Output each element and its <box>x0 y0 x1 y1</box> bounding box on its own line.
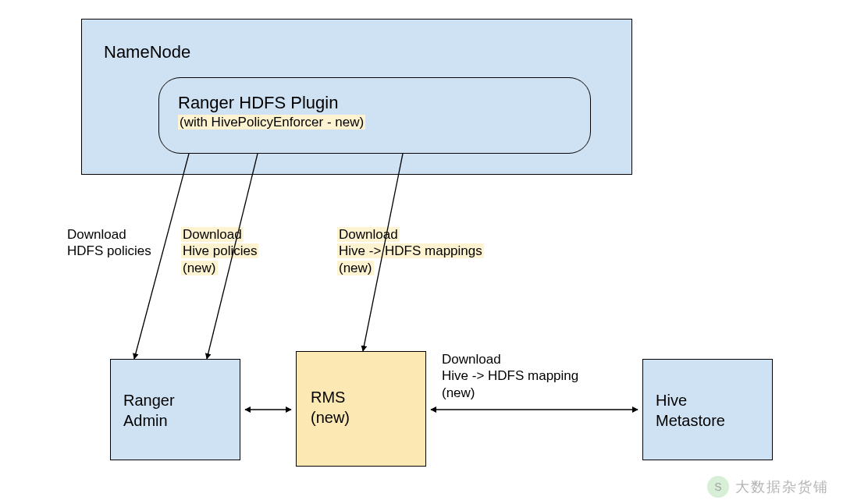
edge-hive-mappings-label: Download Hive -> HDFS mappings (new) <box>337 226 484 276</box>
plugin-title: Ranger HDFS Plugin <box>178 92 338 114</box>
plugin-subtitle: (with HivePolicyEnforcer - new) <box>178 114 365 130</box>
ranger-plugin-box: Ranger HDFS Plugin (with HivePolicyEnfor… <box>158 77 591 154</box>
edge-rms-metastore-label: Download Hive -> HDFS mapping (new) <box>442 351 578 401</box>
edge-hdfs-policies-label: Download HDFS policies <box>67 226 151 260</box>
ranger-admin-box: Ranger Admin <box>110 359 240 460</box>
diagram-canvas: NameNode Ranger HDFS Plugin (with HivePo… <box>0 0 843 504</box>
watermark: S 大数据杂货铺 <box>707 476 829 498</box>
wechat-icon: S <box>707 476 729 498</box>
namenode-title: NameNode <box>104 41 190 63</box>
ranger-admin-line2: Admin <box>123 411 168 431</box>
hive-metastore-line1: Hive <box>656 391 687 410</box>
hive-metastore-line2: Metastore <box>656 411 725 431</box>
namenode-box: NameNode Ranger HDFS Plugin (with HivePo… <box>81 19 632 175</box>
ranger-admin-line1: Ranger <box>123 391 175 410</box>
edge-hive-policies-label: Download Hive policies (new) <box>181 226 258 276</box>
watermark-text: 大数据杂货铺 <box>735 477 829 496</box>
rms-line2: (new) <box>311 408 350 428</box>
hive-metastore-box: Hive Metastore <box>642 359 773 460</box>
rms-box: RMS (new) <box>296 351 426 467</box>
rms-line1: RMS <box>311 388 345 407</box>
